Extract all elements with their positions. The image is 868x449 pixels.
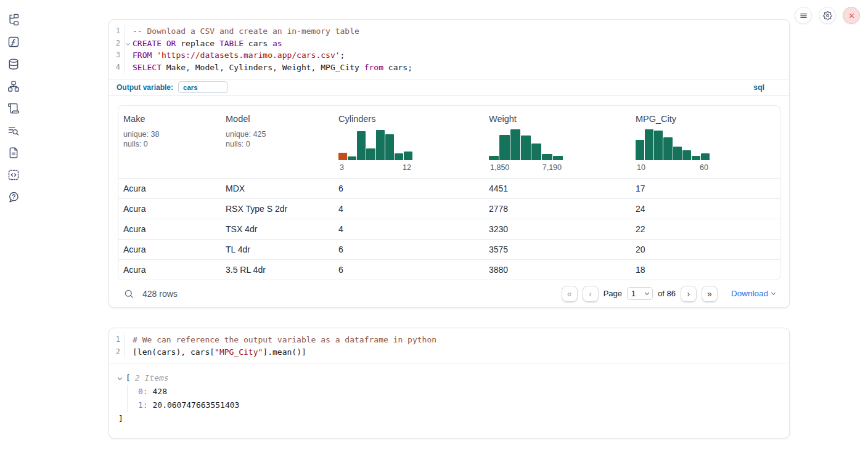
table-cell: 6 [334, 245, 484, 254]
column-make[interactable]: Make unique: 38 nulls: 0 [118, 106, 221, 178]
table-row[interactable]: Acura3.5 RL 4dr6388018 [118, 259, 780, 280]
histogram-axis-labels: 1,8507,190 [489, 163, 563, 172]
collapse-chevron-icon[interactable] [118, 376, 122, 380]
code-line[interactable]: FROM 'https://datasets.marimo.app/cars.c… [125, 49, 345, 62]
line-number: 1 [109, 25, 125, 38]
output-list-item: 0: 428 [138, 385, 780, 398]
pagination: « ‹ Page 1 of 86 › » Download [562, 286, 775, 302]
line-number: 3 [109, 49, 125, 62]
histogram-bar[interactable] [663, 137, 672, 160]
histogram-bar[interactable] [682, 150, 691, 160]
open-bracket: [ [126, 371, 131, 385]
mpg-city-histogram: 1060 [636, 129, 710, 172]
help-icon[interactable] [7, 191, 20, 203]
histogram-bar[interactable] [654, 131, 663, 160]
table-cell: 3880 [484, 265, 631, 275]
settings-button[interactable] [819, 7, 836, 24]
file-tree-icon[interactable] [7, 14, 20, 26]
table-row[interactable]: AcuraTL 4dr6357520 [118, 239, 780, 259]
code-line[interactable]: SELECT Make, Model, Cylinders, Weight, M… [125, 62, 412, 74]
scroll-icon[interactable] [7, 102, 20, 115]
output-list-header: [ 2 Items [118, 371, 780, 385]
download-button[interactable]: Download [731, 289, 775, 298]
histogram-bar[interactable] [404, 152, 412, 160]
close-bracket: ] [118, 412, 780, 426]
next-page-button[interactable]: › [681, 286, 697, 302]
histogram-bar[interactable] [521, 136, 531, 160]
code-line[interactable]: # We can reference the output variable a… [125, 334, 436, 346]
table-cell: 2778 [484, 204, 631, 214]
line-number: 2 [109, 38, 125, 50]
column-label: Weight [489, 114, 626, 124]
column-cylinders[interactable]: Cylinders 312 [334, 106, 484, 178]
code-line[interactable]: [len(cars), cars["MPG_City"].mean()] [125, 346, 306, 358]
histogram-bar[interactable] [553, 156, 563, 160]
table-cell: 4 [334, 224, 484, 234]
histogram-bar[interactable] [366, 148, 375, 160]
table-cell: 4451 [484, 184, 631, 193]
items-count: 2 Items [135, 371, 169, 385]
page-select[interactable]: 1 [627, 287, 653, 300]
page-select-value: 1 [631, 289, 636, 298]
sql-code-editor[interactable]: 1-- Download a CSV and create an in-memo… [109, 20, 789, 79]
histogram-bar[interactable] [645, 129, 653, 160]
column-mpg-city[interactable]: MPG_City 1060 [631, 106, 780, 178]
histogram-bar[interactable] [692, 156, 700, 160]
table-row[interactable]: AcuraTSX 4dr4323022 [118, 219, 780, 239]
search-icon[interactable] [123, 288, 134, 299]
table-cell: Acura [118, 265, 221, 275]
output-variable-input[interactable] [178, 81, 227, 93]
table-cell: 24 [631, 204, 780, 214]
dependency-graph-icon[interactable] [7, 80, 20, 92]
histogram-axis-labels: 312 [338, 163, 412, 172]
column-weight[interactable]: Weight 1,8507,190 [484, 106, 631, 178]
histogram-bar[interactable] [542, 154, 552, 160]
histogram-bar[interactable] [489, 156, 499, 160]
histogram-bar[interactable] [338, 153, 347, 160]
output-variable-label: Output variable: [117, 83, 173, 92]
histogram-bar[interactable] [673, 147, 682, 160]
last-page-button[interactable]: » [702, 286, 718, 302]
histogram-bar[interactable] [701, 153, 710, 160]
table-row[interactable]: AcuraRSX Type S 2dr4277824 [118, 198, 780, 219]
code-line[interactable]: -- Download a CSV and create an in-memor… [125, 25, 359, 38]
column-label: MPG_City [636, 114, 775, 124]
histogram-bar[interactable] [510, 129, 520, 160]
code-line[interactable]: CREATE OR replace TABLE cars as [125, 38, 282, 50]
language-badge[interactable]: sql [753, 83, 764, 92]
table-row[interactable]: AcuraMDX6445117 [118, 178, 780, 198]
first-page-button[interactable]: « [562, 286, 578, 302]
table-cell: 3575 [484, 245, 631, 254]
column-model[interactable]: Model unique: 425 nulls: 0 [221, 106, 334, 178]
line-number: 4 [109, 62, 125, 74]
output-list-item: 1: 20.060747663551403 [138, 398, 780, 412]
row-count: 428 rows [142, 289, 178, 299]
histogram-bar[interactable] [348, 156, 356, 160]
table-cell: 18 [631, 265, 780, 275]
histogram-bar[interactable] [499, 135, 509, 160]
function-icon[interactable] [7, 36, 20, 48]
histogram-bar[interactable] [395, 153, 403, 160]
shutdown-button[interactable] [843, 7, 860, 24]
python-output: [ 2 Items 0: 4281: 20.060747663551403 ] [109, 363, 789, 438]
output-list: 0: 4281: 20.060747663551403 [127, 385, 780, 412]
prev-page-button[interactable]: ‹ [583, 286, 599, 302]
histogram-bar[interactable] [531, 144, 541, 160]
sidebar-panel [0, 0, 27, 449]
column-label: Cylinders [338, 114, 479, 124]
database-icon[interactable] [7, 58, 20, 70]
histogram-bar[interactable] [376, 130, 385, 160]
python-cell: 1# We can reference the output variable … [108, 328, 790, 439]
column-stat-unique: unique: 425 [226, 129, 329, 140]
table-body: AcuraMDX6445117AcuraRSX Type S 2dr427782… [118, 178, 780, 280]
table-cell: TSX 4dr [221, 224, 334, 234]
menu-button[interactable] [795, 7, 812, 24]
logs-icon[interactable] [7, 124, 20, 137]
histogram-bar[interactable] [385, 134, 394, 160]
histogram-bar[interactable] [636, 140, 644, 160]
histogram-bar[interactable] [357, 131, 366, 160]
document-icon[interactable] [7, 147, 20, 159]
snippets-icon[interactable] [7, 169, 20, 181]
histogram-bars [636, 129, 710, 160]
python-code-editor[interactable]: 1# We can reference the output variable … [109, 328, 789, 363]
